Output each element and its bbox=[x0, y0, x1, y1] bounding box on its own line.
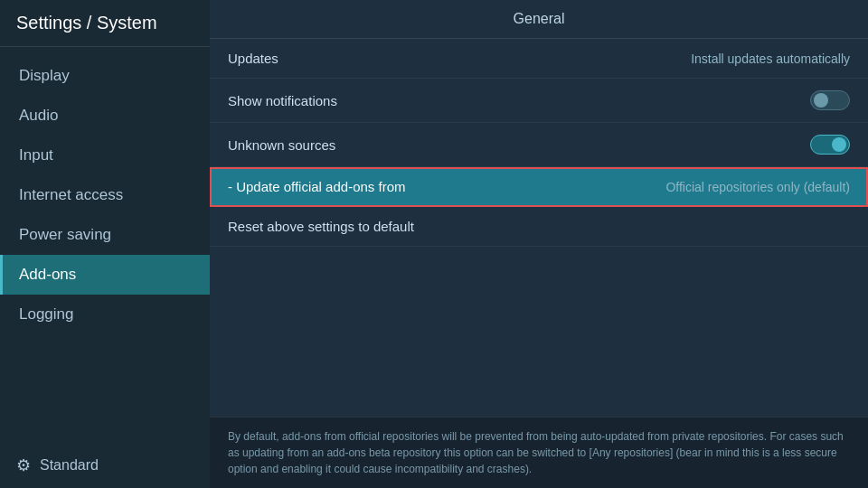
setting-label-reset-settings: Reset above settings to default bbox=[228, 219, 414, 234]
setting-row-show-notifications[interactable]: Show notifications bbox=[210, 79, 868, 123]
setting-row-updates[interactable]: Updates Install updates automatically bbox=[210, 39, 868, 79]
gear-icon: ⚙ bbox=[16, 455, 31, 475]
settings-list: Updates Install updates automatically Sh… bbox=[210, 39, 868, 417]
page-title: Settings / System bbox=[0, 0, 210, 47]
sidebar-item-audio[interactable]: Audio bbox=[0, 96, 210, 136]
sidebar-item-power-saving[interactable]: Power saving bbox=[0, 215, 210, 255]
sidebar-bottom: ⚙ Standard bbox=[0, 443, 210, 488]
setting-row-update-official-addons[interactable]: - Update official add-ons from Official … bbox=[210, 167, 868, 207]
sidebar-item-input[interactable]: Input bbox=[0, 136, 210, 175]
setting-value-update-official-addons: Official repositories only (default) bbox=[665, 180, 850, 194]
sidebar-item-logging[interactable]: Logging bbox=[0, 295, 210, 334]
sidebar-item-internet-access[interactable]: Internet access bbox=[0, 175, 210, 215]
setting-label-update-official-addons: - Update official add-ons from bbox=[228, 179, 406, 194]
main-panel: General Updates Install updates automati… bbox=[210, 0, 868, 488]
toggle-unknown-sources[interactable] bbox=[810, 135, 850, 155]
setting-label-unknown-sources: Unknown sources bbox=[228, 137, 335, 153]
footer-description: By default, add-ons from official reposi… bbox=[210, 417, 868, 488]
sidebar-item-add-ons[interactable]: Add-ons bbox=[0, 255, 210, 295]
setting-row-reset-settings[interactable]: Reset above settings to default bbox=[210, 207, 868, 247]
section-header: General bbox=[210, 0, 868, 39]
setting-row-unknown-sources[interactable]: Unknown sources bbox=[210, 123, 868, 167]
standard-label: Standard bbox=[40, 457, 99, 474]
setting-label-updates: Updates bbox=[228, 51, 278, 66]
sidebar: Settings / System Display Audio Input In… bbox=[0, 0, 210, 488]
setting-label-show-notifications: Show notifications bbox=[228, 93, 337, 108]
setting-value-updates: Install updates automatically bbox=[691, 52, 850, 66]
toggle-show-notifications[interactable] bbox=[810, 90, 850, 110]
sidebar-item-display[interactable]: Display bbox=[0, 56, 210, 96]
